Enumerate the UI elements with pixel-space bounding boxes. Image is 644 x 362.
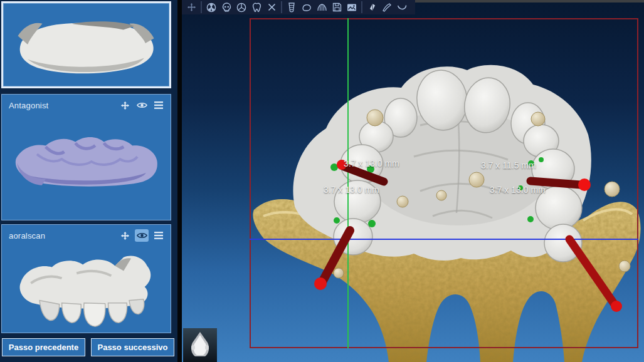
move-icon[interactable] (118, 229, 132, 242)
crop-plane-icon[interactable] (364, 1, 379, 13)
vertical-axis-line (347, 18, 349, 348)
eye-icon[interactable] (135, 99, 149, 111)
radiation-icon[interactable] (204, 1, 219, 13)
sidebar-item-upper-scan[interactable] (1, 1, 171, 88)
sinus-curve-icon[interactable] (299, 1, 314, 13)
antagonist-label: Antagonist (9, 101, 115, 110)
panoramic-icon[interactable] (314, 1, 329, 13)
antagonist-thumbnail (2, 116, 171, 220)
close-icon[interactable] (264, 1, 279, 13)
next-step-button[interactable]: Passo successivo (91, 338, 174, 356)
aoralscan-header: aoralscan (2, 225, 171, 246)
implant-icon[interactable] (284, 1, 299, 13)
toolbar-separator (201, 1, 202, 13)
wizard-nav: Passo precedente Passo successivo (0, 333, 177, 362)
antagonist-header: Antagonist (2, 95, 171, 116)
viewport-3d[interactable]: 3.7 x 13.0 mm 3.7 x 13.0 mm 3.7 x 11.5 m… (182, 0, 644, 362)
draw-icon[interactable] (379, 1, 394, 13)
model-sidebar: Antagonist (0, 0, 177, 362)
curve-icon[interactable] (394, 1, 409, 13)
sidebar-divider (177, 0, 182, 362)
application-window: Antagonist (0, 0, 644, 362)
toolbar-separator (361, 1, 362, 13)
eye-icon[interactable] (135, 229, 149, 242)
implant-size-label: 3.7 x 11.5 mm (481, 160, 536, 170)
toolbar-separator (281, 1, 282, 13)
implant-size-label: 3.7 x 13.0 mm (324, 185, 379, 195)
sidebar-item-aoralscan[interactable]: aoralscan (1, 224, 171, 333)
viewport-toolbar (182, 0, 415, 14)
tooth-orientation-icon (189, 331, 211, 359)
export-image-icon[interactable] (344, 1, 359, 13)
implant-size-label: 3.7 x 13.0 mm (344, 158, 399, 168)
implant-size-label: 3.7 x 13.0 mm (490, 185, 546, 195)
save-icon[interactable] (329, 1, 344, 13)
aoralscan-label: aoralscan (9, 231, 115, 240)
tooth-icon[interactable] (249, 1, 264, 13)
horizontal-axis-line (250, 239, 638, 240)
upper-jaw-model-preview (3, 3, 169, 86)
menu-icon[interactable] (152, 99, 166, 111)
aoralscan-thumbnail (2, 246, 171, 333)
crop-box-outline (250, 18, 638, 348)
move-icon[interactable] (118, 99, 132, 111)
orientation-indicator[interactable] (183, 328, 217, 362)
menu-icon[interactable] (152, 229, 166, 242)
previous-step-button[interactable]: Passo precedente (2, 338, 85, 356)
sphere-view-icon[interactable] (234, 1, 249, 13)
aoralscan-model-preview (2, 246, 171, 333)
upper-scan-thumbnail (3, 3, 169, 86)
antagonist-model-preview (2, 116, 171, 220)
pan-icon[interactable] (184, 1, 199, 13)
skull-icon[interactable] (219, 1, 234, 13)
sidebar-item-antagonist[interactable]: Antagonist (1, 94, 171, 220)
